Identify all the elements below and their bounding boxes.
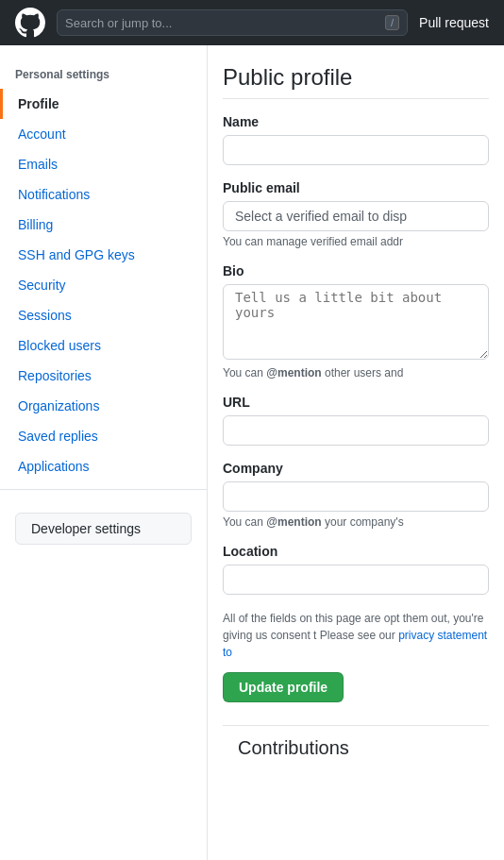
privacy-note: All of the fields on this page are opt t… xyxy=(223,610,489,661)
search-shortcut-key: / xyxy=(385,15,399,30)
sidebar-item-sessions[interactable]: Sessions xyxy=(0,300,207,330)
main-container: Personal settings Profile Account Emails… xyxy=(0,45,504,860)
company-hint: You can @mention your company's xyxy=(223,515,489,529)
location-input[interactable] xyxy=(223,565,489,595)
url-input[interactable] xyxy=(223,415,489,446)
public-email-field-group: Public email Select a verified email to … xyxy=(223,180,489,248)
sidebar-divider xyxy=(0,489,207,490)
sidebar-item-security[interactable]: Security xyxy=(0,270,207,300)
update-profile-button[interactable]: Update profile xyxy=(223,672,344,702)
sidebar-item-blocked-users[interactable]: Blocked users xyxy=(0,330,207,361)
sidebar: Personal settings Profile Account Emails… xyxy=(0,45,208,860)
developer-settings-container: ➜ Developer settings xyxy=(0,497,207,560)
url-field-group: URL xyxy=(223,395,489,446)
bio-textarea[interactable] xyxy=(223,284,489,360)
name-field-group: Name xyxy=(223,114,489,165)
company-field-group: Company You can @mention your company's xyxy=(223,461,489,529)
sidebar-item-profile[interactable]: Profile xyxy=(0,89,207,119)
github-logo-icon xyxy=(15,8,45,38)
name-input[interactable] xyxy=(223,135,489,165)
search-placeholder: Search or jump to... xyxy=(65,16,172,30)
sidebar-item-saved-replies[interactable]: Saved replies xyxy=(0,421,207,451)
sidebar-item-ssh-gpg-keys[interactable]: SSH and GPG keys xyxy=(0,240,207,270)
url-label: URL xyxy=(223,395,489,410)
top-navigation: Search or jump to... / Pull request xyxy=(0,0,504,45)
sidebar-item-notifications[interactable]: Notifications xyxy=(0,179,207,210)
sidebar-item-developer-settings[interactable]: Developer settings xyxy=(15,513,192,545)
search-box[interactable]: Search or jump to... / xyxy=(57,9,408,36)
pull-requests-link[interactable]: Pull request xyxy=(419,15,489,30)
company-input[interactable] xyxy=(223,481,489,512)
public-email-select[interactable]: Select a verified email to disp xyxy=(223,201,489,231)
sidebar-item-repositories[interactable]: Repositories xyxy=(0,361,207,391)
contributions-section: Contributions xyxy=(223,725,489,759)
bio-hint: You can @mention other users and xyxy=(223,366,489,379)
sidebar-item-applications[interactable]: Applications xyxy=(0,451,207,481)
sidebar-item-emails[interactable]: Emails xyxy=(0,149,207,179)
bio-field-group: Bio You can @mention other users and xyxy=(223,263,489,379)
sidebar-item-account[interactable]: Account xyxy=(0,119,207,149)
page-title: Public profile xyxy=(223,64,489,99)
content-area: Public profile Name Public email Select … xyxy=(208,45,504,860)
bio-label: Bio xyxy=(223,263,489,278)
privacy-statement-link[interactable]: privacy statement to xyxy=(223,629,487,659)
sidebar-section-title: Personal settings xyxy=(0,60,207,89)
location-field-group: Location xyxy=(223,544,489,595)
public-email-label: Public email xyxy=(223,180,489,195)
name-label: Name xyxy=(223,114,489,129)
sidebar-item-billing[interactable]: Billing xyxy=(0,210,207,240)
location-label: Location xyxy=(223,544,489,559)
public-email-hint: You can manage verified email addr xyxy=(223,235,489,248)
contributions-title: Contributions xyxy=(223,725,364,769)
sidebar-item-organizations[interactable]: Organizations xyxy=(0,391,207,421)
company-label: Company xyxy=(223,461,489,476)
